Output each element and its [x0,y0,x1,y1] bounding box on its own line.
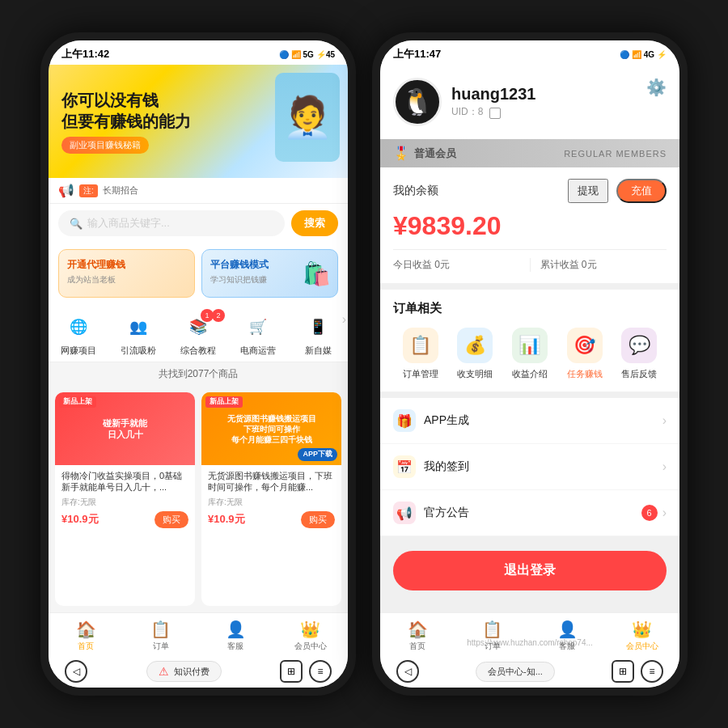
menu-checkin-label: 我的签到 [424,459,662,474]
product-badge-0: 新品上架 [59,396,96,408]
income-detail[interactable]: 💰 收支明细 [457,328,493,380]
banner-line1: 你可以没有钱 [61,90,191,111]
buy-button-0[interactable]: 购买 [154,511,188,528]
product-price-row-0: ¥10.9元 购买 [61,511,188,528]
left-phone: 上午11:42 🔵 📶 5G ⚡45 你可以没有钱 但要有赚钱的能力 副业项目赚… [40,32,356,696]
task-earn-label: 任务赚钱 [567,368,603,380]
member-label: 🎖️ 普通会员 [393,146,456,161]
income-intro[interactable]: 📊 收益介绍 [512,328,548,380]
income-intro-icon: 📊 [512,328,548,363]
right-apps-button[interactable]: ⊞ [612,660,634,683]
home-icon: 🏠 [76,620,96,639]
apps-button[interactable]: ⊞ [280,660,303,683]
logout-button[interactable]: 退出登录 [393,551,667,590]
right-nav-order[interactable]: 📋 订单 [455,620,531,652]
menu-announcement-label: 官方公告 [424,506,641,520]
balance-actions: 提现 充值 [568,179,667,203]
menu-app-gen[interactable]: 🎁 APP生成 › [380,398,679,444]
product-badge-1: 新品上架 [205,396,243,408]
left-nav-member-label: 会员中心 [294,641,327,652]
settings-button[interactable]: ⚙️ [646,78,667,97]
nav-icon-0: 🌐 [64,312,93,341]
nav-item-4[interactable]: 📱 新自媒 › [288,312,348,357]
right-time: 上午11:47 [393,47,441,61]
product-stock-1: 库存:无限 [208,497,335,508]
recharge-button[interactable]: 充值 [616,179,667,203]
promo-card-0[interactable]: 开通代理赚钱 成为站当老板 [58,249,195,298]
nav-label-0: 网赚项目 [61,345,96,357]
left-status-icons: 🔵 📶 5G ⚡45 [279,50,335,59]
order-section-title: 订单相关 [393,301,667,316]
checkin-icon: 📅 [393,455,416,478]
product-price-1: ¥10.9元 [208,512,245,527]
search-input-wrapper[interactable]: 🔍 输入商品关键字... [58,210,285,236]
nav-item-1[interactable]: 👥 引流吸粉 [108,312,168,357]
product-count: 共找到2077个商品 [49,362,348,386]
nav-badge-2b: 2 [212,309,225,322]
left-nav-service[interactable]: 👤 客服 [198,620,273,652]
product-stock-0: 库存:无限 [61,497,188,508]
right-nav-home-label: 首页 [409,641,425,652]
nav-label-2: 综合教程 [180,345,216,357]
order-section: 订单相关 📋 订单管理 💰 收支明细 📊 收益介绍 � [380,290,679,392]
nav-icon-1: 👥 [124,312,153,341]
nav-item-3[interactable]: 🛒 电商运营 [228,312,288,357]
product-info-0: 得物冷门收益实操项目，0基础新手就能单号日入几十，... 库存:无限 ¥10.9… [55,465,195,533]
task-earn-icon: 🎯 [567,328,603,363]
right-nav-home[interactable]: 🏠 首页 [380,620,455,652]
menu-app-gen-label: APP生成 [424,413,662,428]
left-nav-member[interactable]: 👑 会员中心 [273,620,349,652]
service-icon: 👤 [226,620,246,639]
announcement-badge: 6 [641,505,658,521]
right-notification-pill[interactable]: 会员中心-知... [476,662,555,682]
notice-tag: 注: [79,184,98,197]
notice-bar: 📢 注: 长期招合 [49,178,348,204]
user-uid: UID：8 [451,105,667,119]
menu-checkin[interactable]: 📅 我的签到 › [380,444,679,490]
product-price-0: ¥10.9元 [61,512,99,527]
nav-item-2[interactable]: 📚 综合教程 1 2 [168,312,228,357]
member-icon: 👑 [300,620,320,639]
product-img-0: 新品上架 碰新手就能日入几十 [55,392,195,465]
promo-card-0-desc: 成为站当老板 [67,274,186,286]
right-nav-service[interactable]: 👤 客服 [530,620,605,652]
search-button[interactable]: 搜索 [291,210,338,236]
notification-pill[interactable]: ⚠ 知识付费 [146,661,222,682]
left-nav-service-label: 客服 [227,641,243,652]
after-sale-icon: 💬 [621,328,657,363]
copy-uid-button[interactable] [489,108,501,119]
balance-title: 我的余额 [393,184,568,198]
right-member-icon: 👑 [632,620,652,639]
left-banner: 你可以没有钱 但要有赚钱的能力 副业项目赚钱秘籍 🧑‍💼 [49,65,348,178]
menu-button[interactable]: ≡ [309,660,332,683]
after-sale[interactable]: 💬 售后反馈 [621,328,657,380]
right-menu-button[interactable]: ≡ [641,660,663,683]
right-system-bar: ◁ 会员中心-知... ⊞ ≡ [380,655,679,688]
task-earn[interactable]: 🎯 任务赚钱 [567,328,603,380]
right-status-bar: 上午11:47 🔵 📶 4G ⚡ [380,40,679,65]
profile-header: 🐧 huang1231 UID：8 ⚙️ [380,65,679,139]
right-nav-member-label: 会员中心 [626,641,658,652]
left-time: 上午11:42 [61,47,109,61]
right-nav-member[interactable]: 👑 会员中心 [605,620,680,652]
left-nav-order[interactable]: 📋 订单 [124,620,199,652]
right-phone: 上午11:47 🔵 📶 4G ⚡ 🐧 huang1231 UID：8 [372,32,688,696]
product-info-1: 无货源图书赚钱搬运项目，下班时间可操作，每个月能赚... 库存:无限 ¥10.9… [201,465,341,533]
menu-announcement[interactable]: 📢 官方公告 6 › [380,490,679,536]
buy-button-1[interactable]: 购买 [301,511,335,528]
nav-item-0[interactable]: 🌐 网赚项目 [49,312,108,357]
notice-text: 长期招合 [103,184,138,197]
back-button[interactable]: ◁ [65,660,87,683]
withdraw-button[interactable]: 提现 [568,179,608,203]
promo-card-1[interactable]: 平台赚钱模式 学习知识把钱赚 🛍️ [201,249,338,298]
order-manage[interactable]: 📋 订单管理 [403,328,438,380]
right-back-button[interactable]: ◁ [396,660,419,683]
left-nav-home[interactable]: 🏠 首页 [49,620,124,652]
product-card-1[interactable]: 新品上架 无货源图书赚钱搬运项目下班时间可操作每个月能赚三四千块钱 APP下载 … [201,392,341,606]
product-card-0[interactable]: 新品上架 碰新手就能日入几十 得物冷门收益实操项目，0基础新手就能单号日入几十，… [55,392,195,606]
product-desc-1: 无货源图书赚钱搬运项目，下班时间可操作，每个月能赚... [208,470,335,493]
income-detail-label: 收支明细 [457,368,493,380]
nav-label-1: 引流吸粉 [121,345,156,357]
app-gen-icon: 🎁 [393,409,416,432]
right-service-icon: 👤 [557,620,578,639]
